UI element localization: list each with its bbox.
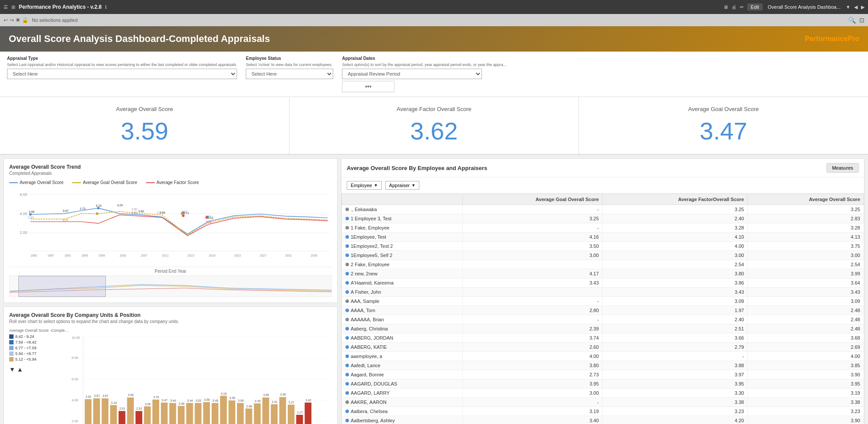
legend-goal-color (72, 182, 81, 183)
table-row[interactable]: AAGARD, DOUGLAS 3.95 3.95 3.95 (342, 379, 864, 389)
table-row[interactable]: A Fisher, John 3.43 3.43 (342, 288, 864, 297)
bar-9[interactable] (161, 403, 167, 424)
table-row[interactable]: ., Eekawaka - 3.25 3.25 (342, 205, 864, 214)
sort-down-arrow[interactable]: ▼ (9, 366, 15, 373)
search-icon[interactable]: 🔍 (848, 17, 856, 24)
filter-row: Appraisal Type Select Last Appraisal and… (0, 52, 868, 97)
next-icon[interactable]: ▶ (861, 4, 865, 10)
svg-text:1983: 1983 (31, 254, 37, 257)
expand-icon[interactable]: ⊡ (859, 17, 865, 24)
cell-goal: 3.40 (463, 416, 603, 424)
bar-12[interactable] (186, 403, 193, 424)
cell-goal: 2.73 (463, 370, 603, 379)
cell-name: 2 Fake, Employee (342, 260, 463, 269)
cell-overall: 2.48 (748, 315, 864, 324)
table-row[interactable]: Aaberg, Christina 2.39 2.51 2.48 (342, 324, 864, 334)
table-row[interactable]: AAA, Sample - 3.09 3.09 (342, 297, 864, 306)
monitor-icon[interactable]: 🖥 (723, 4, 728, 10)
bar-23[interactable] (279, 397, 286, 424)
svg-text:8.00: 8.00 (72, 356, 78, 360)
measures-button[interactable]: Measures (826, 163, 859, 173)
bar-24[interactable] (288, 405, 294, 424)
table-row[interactable]: 1 Employee 3, Test 3.25 2.40 2.83 (342, 214, 864, 223)
back-icon[interactable]: ↩ (3, 17, 8, 23)
dots-button[interactable]: ••• (342, 81, 394, 92)
legend-label-2: 7.59 - <8.42 (15, 340, 36, 344)
dropdown-icon[interactable]: ▼ (846, 4, 851, 10)
bar-10[interactable] (170, 403, 176, 424)
table-row[interactable]: AAKRE, AARON - 3.38 3.38 (342, 398, 864, 407)
table-row[interactable]: AABERG, JORDAN 3.74 3.66 3.68 (342, 334, 864, 343)
bar-2[interactable] (102, 398, 108, 424)
prev-icon[interactable]: ◀ (854, 4, 858, 10)
trend-svg: 6.00 4.00 2.00 1983 1987 1991 1995 1999 … (9, 188, 332, 258)
data-table: Average Goal Overall Score Average Facto… (342, 194, 864, 424)
employee-dropdown[interactable]: Employee (347, 181, 382, 190)
lock-icon[interactable]: 🔒 (22, 17, 28, 23)
table-row[interactable]: A'Haamid, Kareema 3.43 3.86 3.64 (342, 278, 864, 288)
table-row[interactable]: 1 Fake, Employee - 3.28 3.28 (342, 223, 864, 233)
mini-chart-area[interactable] (9, 275, 332, 297)
bar-5[interactable] (127, 397, 134, 424)
svg-text:2.27: 2.27 (297, 411, 303, 414)
svg-text:3.44: 3.44 (171, 399, 176, 402)
bar-16[interactable] (220, 396, 227, 424)
edit-button[interactable]: Edit (747, 3, 763, 10)
employee-status-select[interactable]: Select Here (246, 69, 333, 79)
print-icon[interactable]: 🖨 (732, 4, 736, 10)
table-row[interactable]: aaemployee, a 4.00 - 4.00 (342, 352, 864, 361)
bar-0[interactable] (85, 399, 91, 424)
bar-13[interactable] (195, 403, 202, 424)
table-row[interactable]: AABERG, KATIE 2.60 2.79 2.69 (342, 343, 864, 352)
bar-11[interactable] (178, 406, 185, 424)
trend-chart-title: Average Overall Score Trend (9, 164, 332, 170)
grid-icon[interactable]: ⊞ (11, 4, 15, 10)
table-row[interactable]: Aagard, Bonnie 2.73 3.97 3.90 (342, 370, 864, 379)
bar-18[interactable] (237, 403, 244, 424)
clear-icon[interactable]: ✖ (16, 17, 20, 23)
table-row[interactable]: 1Employee, Test 4.16 4.10 4.13 (342, 233, 864, 242)
bar-15[interactable] (212, 403, 218, 424)
bar-26[interactable] (305, 403, 311, 424)
bar-20[interactable] (254, 403, 261, 424)
cell-overall: 2.48 (748, 324, 864, 334)
table-row[interactable]: 1Employee5, Self 2 3.00 3.00 3.00 (342, 251, 864, 260)
table-row[interactable]: Aafedt, Lance 3.80 3.88 3.85 (342, 361, 864, 370)
employee-status-filter: Employee Status Select 'Active' to view … (246, 56, 333, 92)
cell-factor: 3.23 (603, 407, 748, 416)
svg-text:3.20: 3.20 (132, 211, 137, 214)
bar-22[interactable] (271, 404, 278, 424)
table-row[interactable]: AAGARD, LARRY 3.00 3.30 3.19 (342, 389, 864, 398)
pencil-icon[interactable]: ✏ (740, 4, 744, 10)
bar-1[interactable] (94, 398, 100, 424)
table-row[interactable]: Aalbera, Chelsea 3.19 3.23 3.23 (342, 407, 864, 416)
svg-text:3.98: 3.98 (263, 393, 269, 396)
table-row[interactable]: 2 Fake, Employee 2.54 2.54 (342, 260, 864, 269)
bar-14[interactable] (203, 402, 210, 424)
bar-7[interactable] (144, 407, 151, 424)
bar-3[interactable] (110, 405, 117, 424)
sort-up-arrow[interactable]: ▲ (17, 366, 23, 373)
bar-6[interactable] (136, 411, 142, 424)
table-row[interactable]: Aalbertsberg, Ashley 3.40 4.20 3.90 (342, 416, 864, 424)
table-row[interactable]: 2 new, 2new 4.17 3.80 3.99 (342, 269, 864, 278)
forward-icon[interactable]: ↪ (10, 17, 14, 23)
legend-item-3: 6.77 - <7.59 (9, 346, 68, 350)
bar-4[interactable] (119, 411, 125, 424)
bar-8[interactable] (153, 400, 159, 424)
bar-19[interactable] (246, 408, 252, 424)
cell-factor: 2.79 (603, 343, 748, 352)
appraisal-type-select[interactable]: Select Here (7, 69, 237, 79)
table-scroll[interactable]: Average Goal Overall Score Average Facto… (342, 194, 864, 424)
bar-17[interactable] (229, 400, 235, 424)
table-row[interactable]: AAAAAA, Brian - 2.40 2.48 (342, 315, 864, 324)
y-axis-label: Average Overall Score -Comple... (9, 328, 68, 333)
appraisal-dates-select[interactable]: Appraisal Review Period (342, 69, 482, 79)
menu-icon[interactable]: ☰ (3, 4, 8, 10)
table-row[interactable]: AAAA, Tom 2.80 1.97 2.48 (342, 306, 864, 315)
appraiser-dropdown[interactable]: Appraiser (385, 181, 419, 190)
bar-21[interactable] (262, 397, 269, 424)
mini-selection[interactable] (18, 276, 106, 297)
table-row[interactable]: 1Employee2, Test 2 3.50 4.00 3.75 (342, 242, 864, 251)
bar-25[interactable] (296, 415, 303, 424)
